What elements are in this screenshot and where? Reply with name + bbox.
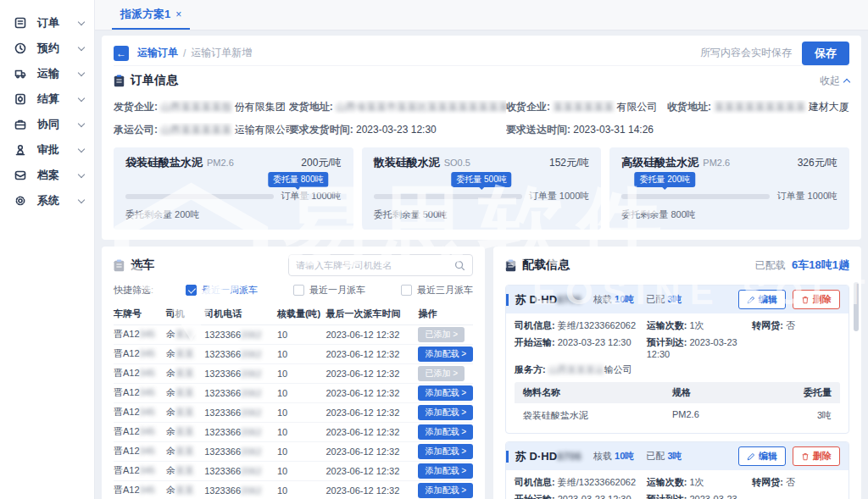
driver-phone: 1323366 — [204, 446, 241, 457]
last-dispatch-time: 2023-06-12 12:32 — [326, 363, 418, 383]
loaded-info: 已配 3吨 — [646, 450, 682, 463]
table-row: 晋A12345 余某某 13233662062 10 2023-06-12 12… — [114, 344, 473, 363]
sidebar-item-settlement[interactable]: 结算 — [0, 86, 94, 112]
field-ship-address: 发货地址: 山西省某某市某某区某某某某某某某某号 — [289, 100, 506, 114]
trip-count: 运输次数: 1次 — [647, 476, 753, 489]
sidebar-item-reservations[interactable]: 预约 — [0, 36, 94, 61]
col-last-dispatch: 最后一次派车时间 — [326, 304, 418, 324]
breadcrumb-separator: / — [183, 47, 186, 59]
start-time: 开始运输: 2023-03-23 12:30 — [515, 336, 647, 359]
accent-bar — [506, 451, 509, 463]
entrusted-badge: 委托量 500吨 — [451, 172, 511, 187]
redacted-text: 某某 — [175, 387, 194, 397]
material-name: 高级硅酸盐水泥 — [621, 155, 698, 170]
sidebar-item-collaboration[interactable]: 协同 — [0, 112, 94, 137]
filter-checkbox-item[interactable]: 最近三月派车 — [401, 284, 473, 297]
sidebar-item-approval[interactable]: 审批 — [0, 137, 94, 163]
save-button[interactable]: 保存 — [802, 42, 849, 65]
load-cards: 苏 D·HD8706 核载 10吨 已配 3吨 编辑 — [505, 285, 849, 499]
driver-phone: 1323366 — [204, 427, 241, 437]
driver-phone: 1323366 — [204, 466, 241, 476]
add-load-button[interactable]: 添加配载 > — [418, 483, 473, 498]
filter-checkbox-item[interactable]: 最近一周派车 — [186, 284, 258, 297]
add-load-button[interactable]: 添加配载 > — [418, 405, 473, 420]
checkbox[interactable] — [401, 285, 412, 296]
redacted-text: 某某 — [175, 485, 194, 495]
edit-button[interactable]: 编辑 — [738, 290, 786, 309]
last-dispatch-time: 2023-06-12 12:32 — [326, 422, 418, 441]
driver-info: 司机信息: 姜维/13233662062 — [515, 319, 647, 332]
quick-filters: 最近一周派车 最近一月派车 最近三月派车 — [153, 284, 473, 297]
safe-icon — [14, 92, 27, 106]
trash-icon — [801, 452, 810, 461]
search-input[interactable] — [296, 260, 454, 270]
redacted-text: 山西某某某运 — [548, 364, 604, 374]
delete-button[interactable]: 删除 — [793, 446, 840, 466]
add-load-button[interactable]: 已添加 > — [418, 366, 465, 381]
chevron-down-icon — [78, 94, 85, 101]
field-required-ship-time: 要求发货时间: 2023-03-23 12:30 — [289, 123, 506, 137]
col-material-amount: 委托量 — [781, 386, 832, 399]
add-load-button[interactable]: 添加配载 > — [418, 347, 473, 362]
capacity-info: 核载 10吨 — [593, 450, 634, 463]
chevron-down-icon — [78, 18, 85, 25]
redacted-text: 345 — [140, 329, 155, 339]
add-load-button[interactable]: 添加配载 > — [418, 463, 473, 479]
network-transfer: 转网贷: 否 — [752, 319, 840, 332]
clipboard-icon — [114, 75, 125, 87]
add-load-button[interactable]: 已添加 > — [418, 327, 465, 342]
load-capacity: 10 — [277, 480, 326, 499]
redacted-text: 2062 — [241, 408, 261, 418]
redacted-text: 345 — [140, 407, 155, 417]
redacted-text: 345 — [140, 387, 155, 397]
plate-number: 晋A12 — [114, 465, 140, 475]
edit-button[interactable]: 编辑 — [738, 446, 786, 466]
table-row: 晋A12345 余某某 13233662062 10 2023-06-12 12… — [114, 402, 473, 422]
vehicle-select-panel: 选车 快捷筛选: 最近一周派车 — [102, 247, 485, 499]
back-button[interactable]: ← — [114, 46, 129, 61]
filter-checkbox-item[interactable]: 最近一月派车 — [293, 284, 365, 297]
delete-button[interactable]: 删除 — [793, 290, 840, 309]
search-icon[interactable] — [454, 260, 465, 271]
redacted-text: 345 — [140, 465, 155, 475]
redacted-text: 345 — [140, 446, 155, 456]
main-area: 指派方案1 × ← 运输订单 / 运输订单新增 所写内容会实时保存 保存 订单信… — [95, 0, 868, 499]
tab-dispatch-plan[interactable]: 指派方案1 × — [112, 0, 190, 30]
checkbox[interactable] — [293, 285, 304, 296]
redacted-text: 2062 — [241, 485, 261, 496]
add-load-button[interactable]: 添加配载 > — [418, 385, 473, 401]
material-spec: PM2.6 — [672, 409, 781, 422]
redacted-text: 8706 — [557, 293, 581, 306]
checkbox[interactable] — [186, 285, 197, 296]
chevron-down-icon — [78, 170, 85, 177]
load-capacity: 10 — [277, 324, 326, 344]
tab-close-icon[interactable]: × — [175, 8, 181, 20]
vehicle-search-box[interactable] — [288, 254, 473, 276]
add-load-button[interactable]: 添加配载 > — [418, 424, 473, 440]
sidebar-item-archives[interactable]: 档案 — [0, 163, 94, 188]
quick-filter-row: 快捷筛选: 最近一周派车 最近一月派车 最近三月派车 — [114, 279, 473, 301]
entrusted-badge: 委托量 200吨 — [635, 172, 695, 187]
driver-name: 余 — [166, 465, 175, 475]
progress-track — [621, 194, 770, 199]
col-material-spec: 规格 — [672, 386, 781, 399]
filter-label: 最近三月派车 — [417, 284, 473, 297]
scrollbar-thumb[interactable] — [854, 282, 859, 331]
sidebar-item-transport[interactable]: 运输 — [0, 61, 94, 86]
collapse-toggle[interactable]: 收起 — [820, 74, 849, 88]
network-transfer: 转网贷: 否 — [752, 476, 840, 489]
col-driver: 司机 — [166, 304, 205, 324]
sidebar-item-orders[interactable]: 订单 — [0, 10, 94, 36]
order-info-card: ← 运输订单 / 运输订单新增 所写内容会实时保存 保存 订单信息 收起 — [102, 36, 861, 240]
section-title-load-info: 配载信息 — [522, 258, 570, 273]
sidebar-item-system[interactable]: 系统 — [0, 188, 94, 213]
plate-number: 晋A12 — [114, 348, 140, 358]
plate-number: 晋A12 — [114, 329, 140, 339]
breadcrumb-transport-order[interactable]: 运输订单 — [137, 46, 178, 60]
last-dispatch-time: 2023-06-12 12:32 — [326, 324, 418, 344]
redacted-text: 山西某某某某某 — [160, 124, 231, 136]
autosave-hint: 所写内容会实时保存 — [700, 46, 792, 60]
add-load-button[interactable]: 添加配载 > — [418, 444, 473, 459]
last-dispatch-time: 2023-06-12 12:32 — [326, 441, 418, 461]
load-card-header: 苏 D·HD8706 核载 10吨 已配 3吨 编辑 — [506, 442, 849, 470]
